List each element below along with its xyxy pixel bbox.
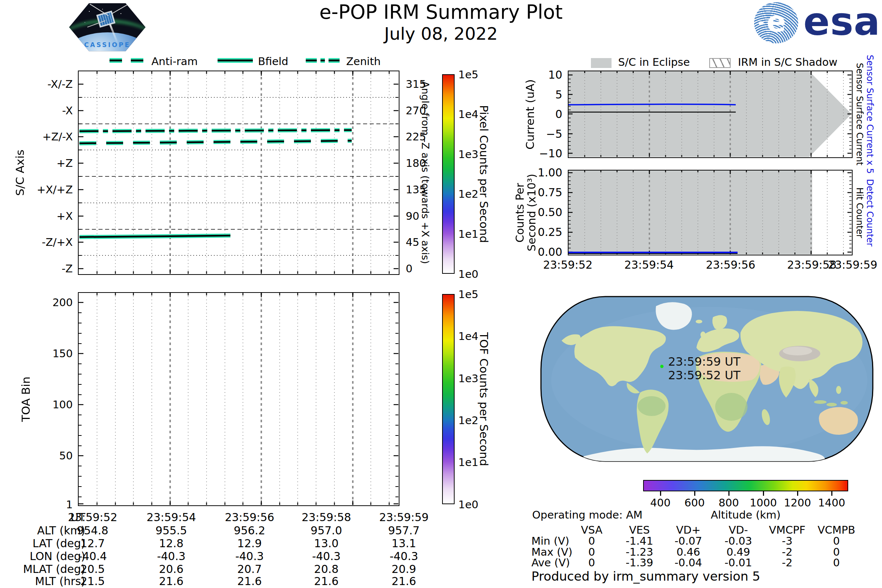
toa-plot-canvas bbox=[79, 293, 398, 505]
ground-track-map: 23:59:59 UT 23:59:52 UT bbox=[540, 296, 873, 462]
page-date: July 08, 2022 bbox=[257, 24, 625, 44]
esa-globe-island bbox=[759, 21, 764, 25]
legend-sample-bfield bbox=[218, 58, 253, 63]
counts-ytick: 0.25 bbox=[512, 226, 562, 239]
counts-ytick: 0.00 bbox=[512, 246, 562, 259]
ground-track-point bbox=[660, 365, 664, 368]
footer-version: Produced by irm_summary version 5 bbox=[531, 569, 760, 584]
alt-tickmark bbox=[831, 491, 832, 496]
eph-cell: 20.7 bbox=[213, 562, 286, 576]
counts-plot bbox=[568, 170, 853, 255]
current-right-label-black: Sensor Surface Current bbox=[855, 70, 864, 158]
eph-cell: 23:59:54 bbox=[135, 511, 208, 524]
toa-ytick: 1 bbox=[22, 498, 73, 511]
volt-cell: 0 bbox=[807, 556, 866, 569]
alt-tickmark bbox=[694, 491, 695, 496]
eph-cell: 20.6 bbox=[135, 562, 208, 576]
surface-current-x5-line bbox=[568, 104, 736, 105]
eph-cell: 23:59:56 bbox=[213, 511, 286, 524]
operating-mode: Operating mode: AM bbox=[532, 508, 687, 522]
legend-label-zenith: Zenith bbox=[346, 55, 381, 68]
alt-tick: 1400 bbox=[810, 496, 854, 509]
legend-sample-anti-ram bbox=[110, 58, 145, 63]
eph-cell: 21.6 bbox=[367, 575, 441, 588]
cassiope-patch-art: CASSIOPE bbox=[69, 2, 146, 52]
sc-axis-ytick: +Z bbox=[15, 156, 73, 170]
toa-ytick: 150 bbox=[22, 347, 73, 360]
sc-axis-ytick: -X bbox=[15, 104, 73, 117]
legend-sample-zenith bbox=[306, 58, 341, 63]
shadow-legend-swatch bbox=[709, 58, 730, 68]
toa-ytick: 100 bbox=[22, 398, 73, 411]
toa-plot bbox=[78, 292, 399, 506]
eph-cell: -40.3 bbox=[367, 550, 441, 563]
eclipse-legend-swatch bbox=[591, 58, 612, 68]
alt-tickmark bbox=[763, 491, 764, 496]
alt-tickmark bbox=[660, 491, 661, 496]
stars bbox=[80, 8, 81, 8]
alt-tickmark bbox=[797, 491, 798, 496]
tof-colorbar-label: TOF Counts per Second bbox=[478, 294, 490, 504]
angle-axis-label: Angle from -Z axis (towards +X axis) bbox=[420, 70, 431, 275]
eph-cell: 12.7 bbox=[56, 537, 129, 550]
current-ytick: 5 bbox=[512, 88, 562, 101]
right-xtick: 23:59:54 bbox=[609, 258, 689, 272]
toa-ytick: 200 bbox=[22, 296, 73, 309]
antenna-2 bbox=[112, 3, 130, 14]
eph-cell: 957.7 bbox=[367, 524, 441, 537]
current-ytick: 0 bbox=[512, 108, 562, 121]
pixel-colorbar bbox=[442, 74, 454, 274]
legend-label-bfield: Bfield bbox=[258, 55, 288, 68]
current-ytick: −10 bbox=[512, 147, 562, 160]
sc-axis-ytick: +X/+Z bbox=[15, 183, 73, 196]
counts-ytick: 0.75 bbox=[512, 186, 562, 199]
eph-cell: 12.9 bbox=[213, 537, 286, 550]
eph-cell: -40.3 bbox=[290, 550, 363, 563]
eclipse-shading bbox=[568, 71, 852, 157]
shadow-legend-label: IRM in S/C Shadow bbox=[738, 56, 837, 68]
cassiope-label: CASSIOPE bbox=[69, 41, 146, 48]
counts-right-label-blue: Detect Counter bbox=[865, 170, 874, 255]
counts-ytick: 1.00 bbox=[512, 166, 562, 179]
eph-cell: 13.0 bbox=[290, 537, 363, 550]
map-time-label-1: 23:59:59 UT bbox=[668, 355, 741, 369]
esa-wordmark: esa bbox=[803, 2, 880, 41]
sc-axis-plot-canvas bbox=[79, 71, 398, 274]
sc-axis-plot bbox=[78, 70, 399, 275]
right-xtick: 23:59:52 bbox=[527, 258, 608, 272]
esa-globe-letter: e bbox=[766, 5, 786, 38]
eph-cell: 23:59:58 bbox=[290, 511, 363, 524]
current-ytick: −5 bbox=[512, 128, 562, 141]
cassiope-patch-logo: CASSIOPE bbox=[67, 1, 147, 54]
sc-axis-ytick: -X/-Z bbox=[15, 78, 73, 91]
pixel-colorbar-label: Pixel Counts per Second bbox=[478, 74, 490, 274]
counts-right-label-black: Hit Counter bbox=[855, 170, 864, 255]
eph-cell: 957.0 bbox=[290, 524, 363, 537]
eph-cell: 12.8 bbox=[135, 537, 208, 550]
eph-cell: 21.6 bbox=[213, 575, 286, 588]
eclipse-legend-label: S/C in Eclipse bbox=[618, 56, 690, 68]
zenith-series bbox=[80, 130, 352, 131]
eph-cell: 955.5 bbox=[135, 524, 208, 537]
anti-ram-series bbox=[80, 141, 352, 143]
eph-cell: 20.9 bbox=[367, 562, 441, 576]
map-time-label-2: 23:59:52 UT bbox=[668, 368, 741, 382]
eph-cell: 956.2 bbox=[213, 524, 286, 537]
page-title: e-POP IRM Summary Plot bbox=[257, 1, 625, 23]
eph-cell: 20.5 bbox=[56, 562, 129, 576]
eclipse-shading bbox=[568, 171, 812, 254]
counts-plot-canvas bbox=[568, 171, 852, 254]
current-right-label-blue: Sensor Surface Current x 5 bbox=[865, 70, 874, 158]
alt-tickmark bbox=[728, 491, 729, 496]
right-xtick: 23:59:59 bbox=[812, 258, 882, 272]
current-plot bbox=[568, 70, 853, 158]
sc-axis-ytick: -Z bbox=[15, 262, 73, 275]
tof-colorbar bbox=[442, 294, 454, 504]
sc-axis-ytick: -Z/+X bbox=[15, 236, 73, 249]
eph-cell: 13.1 bbox=[367, 537, 441, 550]
eph-cell: 954.8 bbox=[56, 524, 129, 537]
eph-cell: 23:59:59 bbox=[367, 511, 441, 524]
bfield-series bbox=[80, 236, 230, 237]
eph-cell: 20.8 bbox=[290, 562, 363, 576]
right-xtick: 23:59:56 bbox=[690, 258, 771, 272]
